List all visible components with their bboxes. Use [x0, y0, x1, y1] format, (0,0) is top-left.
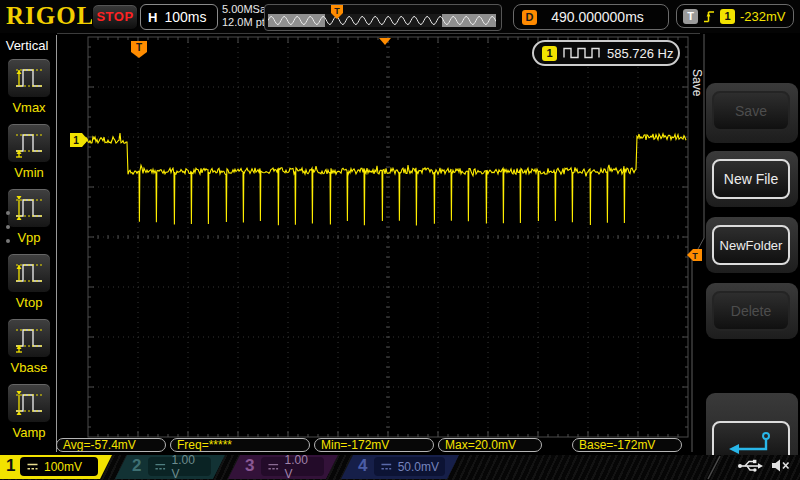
horizontal-label: H	[148, 10, 157, 25]
vbase-icon	[12, 321, 46, 355]
memory-waveform-preview	[268, 14, 496, 27]
channel-scale-value: 50.0mV	[398, 460, 439, 474]
graticule	[88, 37, 688, 437]
menu-button-label: NewFolder	[720, 238, 783, 253]
trigger-badge: T	[683, 9, 698, 24]
frequency-counter: 1 585.726 Hz	[532, 40, 680, 66]
dc-coupling-icon	[154, 462, 167, 471]
waveform-display: TT1	[0, 0, 800, 480]
channel-scale-value: 100mV	[44, 460, 82, 474]
sidebar-divider	[56, 35, 57, 452]
vpp-icon	[12, 191, 46, 225]
channel-scale-box: 1.00 V	[261, 457, 324, 476]
sidebar-item-vmax[interactable]: Vmax	[7, 58, 51, 115]
counter-value: 585.726 Hz	[607, 46, 674, 61]
vmin-button[interactable]	[7, 123, 51, 163]
dc-coupling-icon	[267, 462, 280, 471]
svg-text:T: T	[692, 251, 698, 261]
horizontal-timebase-control[interactable]: H 100ms	[140, 4, 218, 30]
vmax-button[interactable]	[7, 58, 51, 98]
rising-edge-icon	[703, 9, 715, 24]
top-status-bar: RIGOL STOP H 100ms 5.00MSa/s 12.0M pts T…	[0, 0, 800, 34]
waveform-trace-ch1	[75, 133, 686, 225]
sidebar-item-vtop[interactable]: Vtop	[7, 253, 51, 310]
channel-4-status[interactable]: 450.0mV	[341, 455, 459, 479]
sidebar-page-dots	[6, 201, 10, 253]
sidebar-item-label: Vmax	[7, 100, 51, 115]
trigger-position-marker[interactable]: T	[131, 41, 147, 58]
dc-coupling-icon	[380, 462, 393, 471]
menu-tab-save: Save	[690, 57, 704, 109]
measurement-readout-4: Base=-172mV	[572, 438, 682, 452]
sidebar-title: Vertical	[0, 38, 54, 53]
timebase-value: 100ms	[164, 9, 206, 25]
menu-button-label: Save	[735, 103, 767, 119]
delay-readout: D 490.000000ms	[513, 4, 669, 30]
usb-icon	[737, 458, 763, 473]
sidebar-item-label: Vmin	[7, 165, 51, 180]
sidebar-item-label: Vbase	[7, 360, 51, 375]
dc-coupling-icon	[26, 462, 39, 471]
menu-button-newfolder[interactable]: NewFolder	[712, 225, 790, 265]
run-stop-status[interactable]: STOP	[92, 4, 138, 30]
channel-scale-box: 100mV	[20, 457, 98, 476]
svg-text:1: 1	[73, 135, 79, 146]
sidebar-item-label: Vtop	[7, 295, 51, 310]
channel-3-status[interactable]: 31.00 V	[228, 455, 338, 479]
measurement-readout-3: Max=20.0mV	[438, 438, 542, 452]
svg-text:T: T	[136, 42, 142, 53]
channel-scale-value: 1.00 V	[172, 453, 205, 480]
channel-scale-box: 50.0mV	[374, 457, 445, 476]
vpp-button[interactable]	[7, 188, 51, 228]
trigger-source-badge: 1	[720, 9, 735, 24]
channel-scale-box: 1.00 V	[148, 457, 211, 476]
channel-1-status[interactable]: 1100mV	[0, 455, 112, 479]
menu-button-new-file[interactable]: New File	[712, 159, 790, 199]
sidebar-item-label: Vpp	[7, 230, 51, 245]
channel1-zero-marker[interactable]: 1	[70, 133, 88, 147]
vbase-button[interactable]	[7, 318, 51, 358]
memory-bar	[268, 14, 496, 27]
sidebar-item-vpp[interactable]: Vpp	[7, 188, 51, 245]
sidebar-item-label: Vamp	[7, 425, 51, 440]
channel-scale-value: 1.00 V	[285, 453, 318, 480]
vtop-icon	[12, 256, 46, 290]
channel-number: 1	[6, 456, 15, 476]
sidebar-item-vbase[interactable]: Vbase	[7, 318, 51, 375]
channel-status-bar: 1100mV21.00 V31.00 V450.0mV	[0, 455, 800, 480]
speaker-muted-icon	[771, 458, 790, 473]
menu-button-label: Delete	[731, 303, 771, 319]
delay-center-marker[interactable]	[379, 38, 391, 45]
memory-position-strip[interactable]: T	[264, 4, 502, 31]
vmax-icon	[12, 61, 46, 95]
measurement-readout-0: Avg=-57.4mV	[56, 438, 166, 452]
measure-sidebar: Vertical VmaxVminVppVtopVbaseVamp	[0, 33, 57, 452]
rigol-logo: RIGOL	[6, 2, 94, 30]
channel-number: 4	[358, 456, 367, 476]
channel-2-status[interactable]: 21.00 V	[115, 455, 225, 479]
svg-text:T: T	[334, 6, 340, 16]
vamp-button[interactable]	[7, 383, 51, 423]
delay-value: 490.000000ms	[551, 9, 654, 25]
vtop-button[interactable]	[7, 253, 51, 293]
menu-button-delete[interactable]: Delete	[712, 291, 790, 331]
menu-button-label: New File	[724, 171, 778, 187]
strip-trigger-marker[interactable]: T	[331, 5, 343, 19]
square-wave-icon	[563, 46, 601, 60]
sidebar-item-vmin[interactable]: Vmin	[7, 123, 51, 180]
save-menu-panel: Save SaveNew FileNewFolderDelete	[700, 33, 800, 455]
delay-badge: D	[522, 10, 537, 25]
statusbar-divider	[700, 455, 730, 480]
channel-number: 2	[132, 456, 141, 476]
vamp-icon	[12, 386, 46, 420]
trigger-readout: T 1 -232mV	[676, 4, 794, 28]
measurement-readout-1: Freq=*****	[170, 438, 310, 452]
counter-channel-badge: 1	[542, 46, 557, 61]
menu-button-save[interactable]: Save	[712, 91, 790, 131]
measurement-readout-2: Min=-172mV	[314, 438, 434, 452]
vmin-icon	[12, 126, 46, 160]
channel-number: 3	[245, 456, 254, 476]
trigger-level-value: -232mV	[740, 9, 786, 24]
sidebar-item-vamp[interactable]: Vamp	[7, 383, 51, 440]
